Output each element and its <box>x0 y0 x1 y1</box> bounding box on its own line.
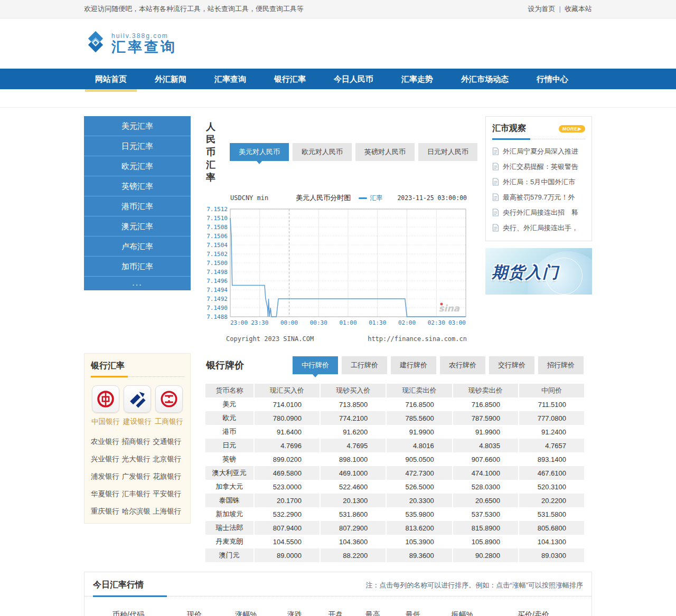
today-column-header[interactable]: 最高 <box>353 610 393 616</box>
sidebar-item[interactable]: 澳元汇率 <box>84 216 191 236</box>
tab[interactable]: 美元对人民币 <box>230 143 289 161</box>
cell-value: 807.2900 <box>320 521 386 535</box>
featured-bank[interactable]: 建设银行 <box>123 385 152 427</box>
nav-item[interactable]: 汇率走势 <box>390 69 444 89</box>
bank-link[interactable]: 招商银行 <box>122 437 153 447</box>
table-row: 瑞士法郎807.9400807.2900813.6200815.8900805.… <box>205 521 584 535</box>
cell-currency-name: 新加坡元 <box>205 507 254 521</box>
site-logo[interactable]: huilv.388g.com 汇率查询 <box>84 31 177 56</box>
bank-link[interactable]: 花旗银行 <box>153 472 184 481</box>
news-item[interactable]: 最高被罚579.7万元！外 <box>492 189 585 205</box>
table-row: 新加坡元532.2900531.8600535.9800537.5300531.… <box>205 507 584 521</box>
today-column-header[interactable]: 币种/代码 <box>89 610 168 616</box>
table-row: 美元714.0100713.8500716.8500716.8500711.51… <box>205 397 584 411</box>
tab[interactable]: 建行牌价 <box>391 356 436 374</box>
table-row: 泰国铢20.170020.130020.330020.650020.2200 <box>205 494 584 507</box>
site-header: huilv.388g.com 汇率查询 <box>0 18 676 69</box>
sidebar-item[interactable]: 欧元汇率 <box>84 156 191 176</box>
table-row: 日元4.76964.76954.80164.80354.7657 <box>205 439 584 452</box>
table-row: 丹麦克朗104.5500104.3600105.3900105.8900104.… <box>205 535 584 548</box>
y-tick-label: 7.1504 <box>206 242 228 249</box>
bank-link[interactable]: 哈尔滨银 <box>122 507 153 516</box>
today-sort-note: 注：点击每列的名称可以进行排序。例如：点击“涨幅”可以按照涨幅排序 <box>365 581 583 590</box>
sidebar-item[interactable]: 卢布汇率 <box>84 236 191 257</box>
tab[interactable]: 日元对人民币 <box>418 143 477 161</box>
nav-item[interactable]: 银行汇率 <box>263 69 317 89</box>
welcome-text: 欢迎访问随便吧，本站有各种流行工具，站长查询工具，便民查询工具等 <box>84 4 304 14</box>
today-rates-panel: 今日汇率行情 注：点击每列的名称可以进行排序。例如：点击“涨幅”可以按照涨幅排序… <box>84 572 592 616</box>
today-column-header[interactable]: 最低 <box>393 610 433 616</box>
bank-link[interactable]: 交通银行 <box>153 437 184 447</box>
header-cell: 货币名称 <box>205 384 254 397</box>
sidebar-item[interactable]: 美元汇率 <box>84 116 191 136</box>
news-item[interactable]: 外汇局宁夏分局深入推进 <box>492 144 585 159</box>
news-item[interactable]: 央行、外汇局接连出手， <box>492 220 585 235</box>
bank-list: 农业银行招商银行交通银行兴业银行光大银行北京银行浦发银行广发银行花旗银行华夏银行… <box>91 437 184 516</box>
promo-banner[interactable]: 期货入门 <box>485 248 592 295</box>
today-column-header[interactable]: 涨幅% <box>221 610 271 616</box>
today-column-header[interactable]: 开盘 <box>318 610 353 616</box>
y-tick-label: 7.1512 <box>206 206 228 213</box>
nav-item[interactable]: 行情中心 <box>525 69 579 89</box>
nav-item[interactable]: 今日人民币 <box>323 69 384 89</box>
news-item-text: 最高被罚579.7万元！外 <box>503 193 575 202</box>
bank-prices-panel: 银行牌价 中行牌价工行牌价建行牌价农行牌价交行牌价招行牌价 货币名称现汇买入价现… <box>198 353 592 562</box>
cell-currency-name: 英镑 <box>205 452 254 466</box>
bank-prices-title: 银行牌价 <box>206 359 244 372</box>
featured-bank[interactable]: 工商银行 <box>154 385 184 427</box>
bank-link[interactable]: 兴业银行 <box>91 454 122 464</box>
tab[interactable]: 英磅对人民币 <box>355 143 415 161</box>
header-cell: 现钞卖出价 <box>453 384 519 397</box>
bank-link[interactable]: 农业银行 <box>91 437 122 447</box>
bank-link[interactable]: 华夏银行 <box>91 489 122 499</box>
table-body: 美元714.0100713.8500716.8500716.8500711.51… <box>205 397 584 562</box>
sidebar-item[interactable]: 港币汇率 <box>84 196 191 216</box>
featured-bank[interactable]: 中国银行 <box>91 385 120 427</box>
bank-link[interactable]: 平安银行 <box>153 489 184 499</box>
tab[interactable]: 招行牌价 <box>538 356 584 374</box>
legend-label: 汇率 <box>370 194 382 203</box>
sidebar-more-button[interactable]: ... <box>84 277 191 290</box>
tab[interactable]: 农行牌价 <box>440 356 485 374</box>
news-item[interactable]: 央行外汇局接连出招 释 <box>492 205 585 220</box>
today-column-header[interactable]: 买价/卖价 <box>491 610 576 616</box>
cell-value: 474.1000 <box>453 466 519 480</box>
chart-source-url: http://finance.sina.com.cn <box>368 335 467 343</box>
bank-link[interactable]: 重庆银行 <box>91 507 122 516</box>
sidebar-item[interactable]: 日元汇率 <box>84 136 191 156</box>
bank-link[interactable]: 广发银行 <box>122 472 153 481</box>
news-item[interactable]: 外汇交易提醒：英银警告 <box>492 159 585 174</box>
cell-currency-name: 泰国铢 <box>205 494 254 507</box>
tab[interactable]: 工行牌价 <box>342 356 387 374</box>
today-column-header[interactable]: 现价 <box>168 610 221 616</box>
cell-value: 4.7695 <box>320 439 386 452</box>
document-icon <box>492 193 499 201</box>
header-cell: 现汇买入价 <box>254 384 320 397</box>
bank-link[interactable]: 汇丰银行 <box>122 489 153 499</box>
cell-value: 774.2100 <box>320 411 386 425</box>
bank-link[interactable]: 光大银行 <box>122 454 153 464</box>
cell-value: 91.9900 <box>386 425 452 439</box>
more-button[interactable]: MORE▶ <box>559 125 585 132</box>
tab[interactable]: 中行牌价 <box>293 356 338 374</box>
news-item[interactable]: 外汇局：5月中国外汇市 <box>492 174 585 189</box>
cell-value: 805.6800 <box>519 521 584 535</box>
nav-item[interactable]: 网站首页 <box>84 69 138 89</box>
nav-item[interactable]: 汇率查询 <box>203 69 257 89</box>
bank-link[interactable]: 浦发银行 <box>91 472 122 481</box>
tab[interactable]: 欧元对人民币 <box>293 143 352 161</box>
bank-link[interactable]: 北京银行 <box>153 454 184 464</box>
today-column-header[interactable]: 振幅% <box>433 610 491 616</box>
cell-value: 520.3100 <box>519 480 584 494</box>
bank-link[interactable]: 上海银行 <box>153 507 184 516</box>
nav-item[interactable]: 外汇市场动态 <box>450 69 520 89</box>
cell-value: 907.6600 <box>453 452 519 466</box>
sidebar-item[interactable]: 英镑汇率 <box>84 176 191 196</box>
today-column-header[interactable]: 涨跌 <box>271 610 318 616</box>
tab[interactable]: 交行牌价 <box>489 356 534 374</box>
set-home-link[interactable]: 设为首页 <box>528 5 556 13</box>
nav-item[interactable]: 外汇新闻 <box>144 69 198 89</box>
sidebar-item[interactable]: 加币汇率 <box>84 257 191 277</box>
logo-diamond-icon <box>84 31 107 56</box>
favorite-link[interactable]: 收藏本站 <box>565 5 592 13</box>
